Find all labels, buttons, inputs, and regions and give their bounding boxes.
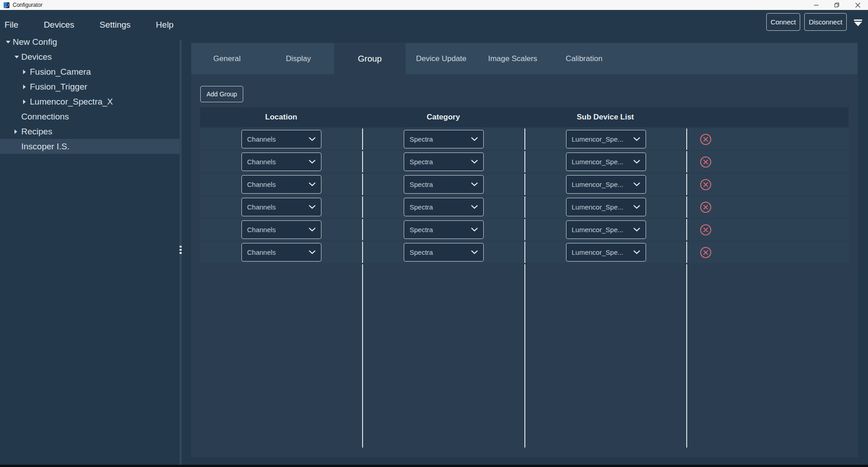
- sub-device-dropdown[interactable]: Lumencor_Spe...: [566, 198, 646, 216]
- tree-item-fusion-camera[interactable]: Fusion_Camera: [0, 64, 179, 79]
- panel-collapse-icon[interactable]: [854, 19, 862, 27]
- chevron-right-icon[interactable]: [23, 85, 30, 89]
- tree-item-inscoper-i-s[interactable]: Inscoper I.S.: [0, 139, 179, 154]
- app-title: Configurator: [13, 2, 42, 8]
- tree-item-fusion-trigger[interactable]: Fusion_Trigger: [0, 79, 179, 94]
- group-row: ChannelsSpectraLumencor_Spe...: [200, 196, 849, 218]
- category-dropdown[interactable]: Spectra: [404, 243, 484, 262]
- chevron-down-icon: [633, 160, 640, 164]
- category-dropdown-value: Spectra: [410, 181, 468, 188]
- location-dropdown[interactable]: Channels: [241, 220, 321, 239]
- category-dropdown[interactable]: Spectra: [404, 152, 484, 171]
- location-dropdown[interactable]: Channels: [241, 198, 321, 216]
- group-cell: Lumencor_Spe...: [524, 129, 686, 150]
- restore-icon[interactable]: [826, 0, 847, 10]
- tab-image-scalers[interactable]: Image Scalers: [477, 43, 548, 74]
- chevron-down-icon: [471, 160, 478, 164]
- chevron-down-icon[interactable]: [6, 41, 13, 43]
- sub-device-dropdown[interactable]: Lumencor_Spe...: [566, 175, 646, 194]
- location-dropdown[interactable]: Channels: [241, 243, 321, 262]
- menu-item-devices[interactable]: Devices: [31, 20, 87, 30]
- tree-item-lumencor-spectra-x[interactable]: Lumencor_Spectra_X: [0, 94, 179, 109]
- group-cell: Lumencor_Spe...: [524, 196, 686, 218]
- group-cell: [686, 129, 849, 150]
- app-icon: [4, 2, 9, 8]
- category-dropdown-value: Spectra: [410, 226, 468, 234]
- tab-display[interactable]: Display: [263, 43, 334, 74]
- location-dropdown-value: Channels: [247, 226, 306, 234]
- sub-device-dropdown[interactable]: Lumencor_Spe...: [566, 220, 646, 239]
- chevron-down-icon: [309, 228, 316, 232]
- location-dropdown[interactable]: Channels: [241, 130, 321, 148]
- delete-group-button[interactable]: [700, 156, 712, 168]
- group-cell: [686, 242, 849, 263]
- chevron-down-icon: [633, 228, 640, 232]
- category-dropdown-value: Spectra: [410, 135, 468, 143]
- group-cell: Lumencor_Spe...: [524, 242, 686, 263]
- location-dropdown-value: Channels: [247, 203, 306, 211]
- location-dropdown-value: Channels: [247, 158, 306, 166]
- tree-item-connections[interactable]: Connections: [0, 109, 179, 124]
- sidebar-splitter[interactable]: [179, 40, 182, 465]
- group-cell: Spectra: [362, 242, 524, 263]
- minimize-icon[interactable]: [806, 0, 826, 10]
- chevron-down-icon: [633, 205, 640, 209]
- sub-device-dropdown[interactable]: Lumencor_Spe...: [566, 130, 646, 148]
- splitter-grip-icon[interactable]: [179, 246, 182, 254]
- add-group-button[interactable]: Add Group: [200, 86, 243, 102]
- group-cell: Channels: [200, 129, 362, 150]
- menu-item-file[interactable]: File: [5, 20, 31, 30]
- location-dropdown-value: Channels: [247, 135, 306, 143]
- group-cell: [686, 174, 849, 195]
- group-cell: [686, 219, 849, 240]
- sub-device-dropdown[interactable]: Lumencor_Spe...: [566, 243, 646, 262]
- tree-item-label: Fusion_Trigger: [30, 82, 87, 92]
- chevron-down-icon[interactable]: [14, 56, 21, 58]
- sub-device-dropdown-value: Lumencor_Spe...: [572, 203, 631, 211]
- category-dropdown[interactable]: Spectra: [404, 220, 484, 239]
- tree-item-label: Recipes: [21, 127, 52, 137]
- chevron-right-icon[interactable]: [14, 129, 21, 134]
- connect-button[interactable]: Connect: [766, 13, 800, 31]
- location-dropdown[interactable]: Channels: [241, 175, 321, 194]
- chevron-down-icon: [471, 182, 478, 186]
- tree-item-label: New Config: [13, 37, 57, 47]
- tab-calibration[interactable]: Calibration: [548, 43, 620, 74]
- location-dropdown[interactable]: Channels: [241, 152, 321, 171]
- chevron-right-icon[interactable]: [23, 100, 30, 104]
- category-dropdown[interactable]: Spectra: [404, 175, 484, 194]
- category-dropdown[interactable]: Spectra: [404, 198, 484, 216]
- header-category: Category: [362, 107, 524, 127]
- disconnect-button[interactable]: Disconnect: [804, 13, 847, 31]
- sub-device-dropdown-value: Lumencor_Spe...: [572, 226, 631, 234]
- group-cell: Spectra: [362, 151, 524, 172]
- close-icon[interactable]: [847, 0, 868, 10]
- titlebar: Configurator: [0, 0, 868, 10]
- group-cell: Spectra: [362, 174, 524, 195]
- sub-device-dropdown[interactable]: Lumencor_Spe...: [566, 152, 646, 171]
- delete-group-button[interactable]: [700, 179, 712, 191]
- delete-group-button[interactable]: [700, 247, 712, 258]
- tree-item-new-config[interactable]: New Config: [0, 34, 179, 49]
- menu-item-help[interactable]: Help: [143, 20, 186, 30]
- tab-group[interactable]: Group: [334, 43, 406, 75]
- delete-group-button[interactable]: [700, 133, 712, 145]
- tree-item-recipes[interactable]: Recipes: [0, 124, 179, 139]
- delete-group-button[interactable]: [700, 224, 712, 236]
- category-dropdown[interactable]: Spectra: [404, 130, 484, 148]
- group-cell: Spectra: [362, 129, 524, 150]
- tree-item-label: Fusion_Camera: [30, 67, 91, 77]
- group-panel: Add Group Location Category Sub Device L…: [191, 74, 858, 457]
- config-tree: New ConfigDevicesFusion_CameraFusion_Tri…: [0, 34, 179, 154]
- tree-item-devices[interactable]: Devices: [0, 49, 179, 64]
- tab-general[interactable]: General: [191, 43, 263, 74]
- delete-group-button[interactable]: [700, 201, 712, 213]
- circle-x-icon: [700, 201, 712, 213]
- chevron-right-icon[interactable]: [23, 70, 30, 74]
- menu-item-settings[interactable]: Settings: [87, 20, 143, 30]
- tab-device-update[interactable]: Device Update: [406, 43, 477, 74]
- sub-device-dropdown-value: Lumencor_Spe...: [572, 181, 631, 188]
- sub-device-dropdown-value: Lumencor_Spe...: [572, 248, 631, 256]
- group-cell: Channels: [200, 174, 362, 195]
- category-dropdown-value: Spectra: [410, 158, 468, 166]
